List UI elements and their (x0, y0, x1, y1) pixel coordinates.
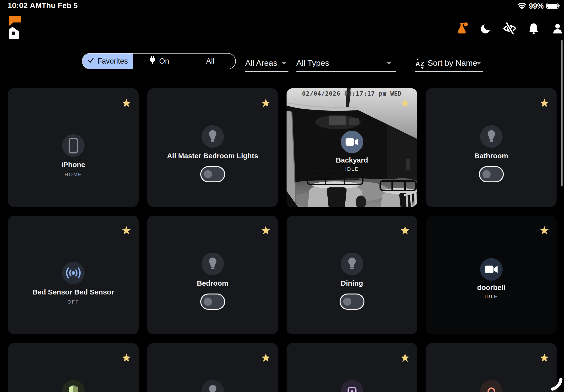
svg-text:Z: Z (420, 60, 425, 68)
tile-title: Bed Sensor Bed Sensor (8, 288, 139, 296)
check-icon (87, 57, 94, 66)
lightbulb-icon (201, 125, 224, 148)
favorite-star-icon[interactable] (540, 99, 549, 107)
toggle-knob (343, 298, 351, 306)
lightbulb-icon (201, 253, 224, 275)
segment-label: Favorites (97, 57, 128, 66)
toggle-knob (482, 170, 491, 178)
tile-dining[interactable]: Dining (287, 216, 417, 334)
segment-on[interactable]: On (133, 54, 184, 69)
toggle-knob (204, 298, 212, 306)
status-date: Thu Feb 5 (41, 1, 78, 10)
person-icon[interactable] (551, 22, 564, 35)
tile-title: iPhone (8, 161, 139, 169)
filter-segmented-control: Favorites On All (82, 53, 236, 69)
video-camera-icon (480, 258, 503, 281)
segment-all[interactable]: All (185, 54, 235, 69)
sort-dropdown-value: Sort by Name (427, 58, 477, 68)
favorite-star-icon[interactable] (400, 226, 410, 235)
tile-title: Bedroom (147, 279, 278, 287)
sort-az-icon: A Z (415, 58, 426, 70)
svg-text:A: A (415, 60, 420, 68)
dropdown-underline (415, 71, 483, 72)
toggle-knob (204, 170, 212, 178)
favorite-star-icon[interactable] (261, 99, 270, 107)
shield-icon (62, 380, 85, 392)
bell-icon[interactable] (527, 22, 540, 35)
moon-icon[interactable] (479, 22, 493, 35)
tile-title: Bathroom (426, 152, 557, 160)
tile-bed-sensor[interactable]: Bed Sensor Bed Sensor OFF (8, 216, 139, 334)
caret-down-icon (476, 61, 482, 66)
tile-status: OFF (8, 299, 139, 305)
video-camera-icon (341, 131, 363, 153)
eye-off-icon[interactable] (503, 22, 516, 35)
favorite-star-icon[interactable] (261, 353, 270, 362)
tile-title: Backyard (287, 156, 417, 164)
battery-percent: 99% (529, 2, 544, 11)
power-toggle[interactable] (479, 166, 504, 182)
favorite-star-icon[interactable] (261, 226, 270, 235)
flask-icon[interactable] (455, 22, 469, 35)
tile-switch-partial[interactable] (287, 343, 417, 392)
tile-status: IDLE (426, 294, 557, 299)
tile-doorbell-camera[interactable]: doorbell IDLE (426, 216, 557, 334)
corner-arc-handle[interactable] (532, 360, 564, 392)
power-toggle[interactable] (340, 294, 364, 310)
plug-icon (149, 56, 156, 67)
segment-favorites[interactable]: Favorites (83, 54, 133, 69)
outlet-icon (341, 380, 363, 392)
dropdown-underline (245, 71, 289, 72)
dropdown-underline (296, 71, 396, 72)
caret-down-icon (281, 61, 287, 66)
areas-dropdown-value: All Areas (245, 58, 277, 68)
app-logo house-flag-logo-icon[interactable] (7, 16, 22, 39)
types-dropdown-value: All Types (296, 58, 329, 68)
sort-dropdown[interactable]: A Z Sort by Name (415, 56, 483, 72)
types-dropdown[interactable]: All Types (296, 56, 396, 72)
tile-bathroom[interactable]: Bathroom (426, 88, 557, 207)
tile-iphone[interactable]: iPhone HOME (8, 88, 139, 207)
favorite-star-icon[interactable] (400, 353, 410, 362)
lightbulb-icon (341, 253, 363, 275)
motion-sensor-icon (62, 262, 85, 284)
battery-icon (546, 2, 560, 10)
smartphone-icon (62, 134, 85, 157)
power-toggle[interactable] (200, 294, 225, 310)
areas-dropdown[interactable]: All Areas (245, 56, 289, 72)
tile-title: All Master Bedroom Lights (147, 152, 278, 160)
header-actions (455, 22, 564, 35)
favorite-star-icon[interactable] (122, 226, 131, 235)
wifi-icon (517, 2, 526, 10)
tile-title: doorbell (426, 283, 557, 292)
favorite-star-icon[interactable] (122, 99, 131, 107)
tile-backyard-camera[interactable]: 02/04/2026 08:17:17 pm WED Backyard IDLE (287, 88, 417, 207)
lightbulb-icon (201, 380, 224, 392)
tile-status: IDLE (287, 166, 417, 172)
camera-osd-timestamp: 02/04/2026 08:17:17 pm WED (287, 90, 417, 97)
tile-light-partial[interactable] (147, 343, 278, 392)
ring-icon (480, 380, 503, 392)
tile-status: HOME (8, 172, 139, 177)
lightbulb-icon (480, 125, 503, 148)
caret-down-icon (386, 61, 392, 66)
tile-all-master-bedroom-lights[interactable]: All Master Bedroom Lights (147, 88, 278, 207)
status-time: 10:02 AM (8, 1, 42, 10)
tile-bedroom[interactable]: Bedroom (147, 216, 278, 334)
favorite-star-icon[interactable] (122, 353, 131, 362)
favorite-star-icon[interactable] (400, 99, 410, 107)
power-toggle[interactable] (200, 166, 225, 182)
segment-label: All (206, 57, 214, 66)
tile-title: Dining (287, 279, 417, 287)
tile-security[interactable] (8, 343, 139, 392)
segment-label: On (159, 57, 169, 66)
favorite-star-icon[interactable] (540, 226, 549, 235)
scrollbar-thumb[interactable] (561, 40, 563, 186)
status-right-cluster: 99% (517, 2, 560, 11)
